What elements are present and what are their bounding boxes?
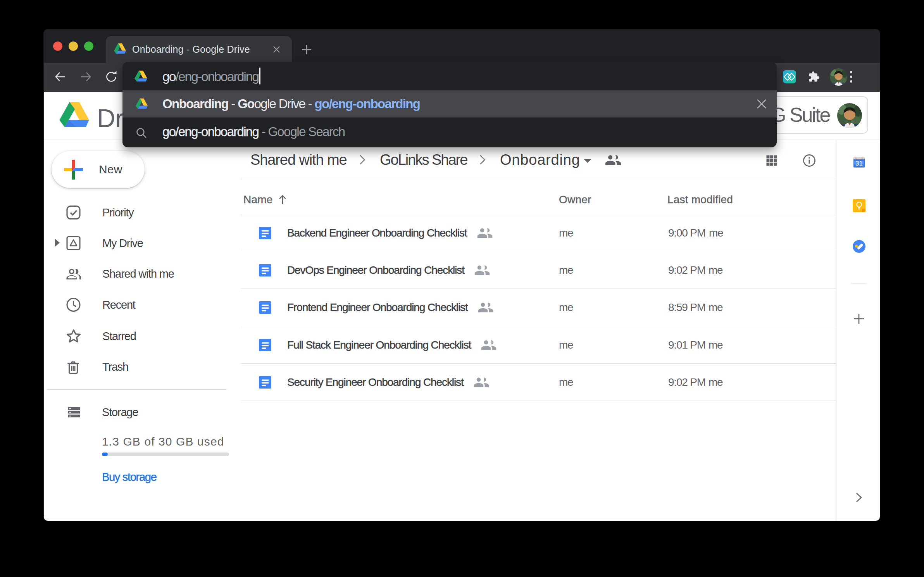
svg-text:31: 31: [855, 160, 863, 167]
